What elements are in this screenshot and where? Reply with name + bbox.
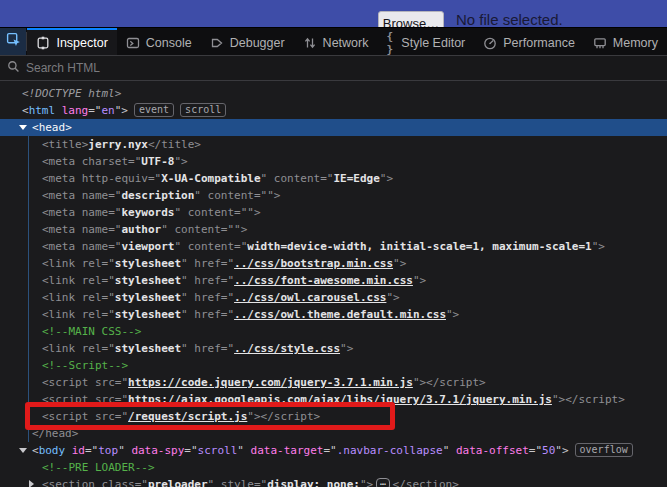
- attribute-value-token: width=device-width, initial-scale=1, max…: [247, 240, 591, 253]
- attribute-value-token: stylesheet: [115, 257, 181, 270]
- attribute-value-token: stylesheet: [115, 291, 181, 304]
- punctuation-token: ": [443, 444, 456, 457]
- attribute-value-token: stylesheet: [115, 274, 181, 287]
- markup-token: <link rel=": [42, 342, 115, 355]
- event-badge[interactable]: event: [134, 103, 174, 117]
- markup-token: <meta name=": [42, 189, 121, 202]
- markup-node-line[interactable]: </head>: [0, 425, 667, 442]
- markup-node-line[interactable]: <!--Script-->: [0, 357, 667, 374]
- attribute-value-token: stylesheet: [115, 342, 181, 355]
- markup-token: ">: [386, 291, 399, 304]
- tag-name-token: body: [39, 444, 66, 457]
- markup-node-line[interactable]: <script src="https://code.jquery.com/jqu…: [0, 374, 667, 391]
- markup-token: <meta name=": [42, 206, 121, 219]
- markup-token: " content=": [174, 240, 247, 253]
- markup-node-line[interactable]: <!--MAIN CSS-->: [0, 323, 667, 340]
- markup-node-line[interactable]: <meta http-equiv="X-UA-Compatible" conte…: [0, 170, 667, 187]
- tag-name-token: html: [29, 104, 56, 117]
- markup-node-line[interactable]: <html lang="en">eventscroll: [0, 102, 667, 119]
- collapse-arrow-icon[interactable]: [19, 125, 27, 130]
- search-bar: [0, 56, 667, 81]
- markup-node-line[interactable]: <meta name="description" content="">: [0, 187, 667, 204]
- markup-node-line[interactable]: <section class="preloader" style="displa…: [0, 476, 667, 487]
- href-link-token[interactable]: ../css/font-awesome.min.css: [234, 274, 413, 287]
- punctuation-token: =": [85, 444, 98, 457]
- tab-debugger[interactable]: Debugger: [201, 28, 294, 55]
- punctuation-token: <: [32, 444, 39, 457]
- attribute-value-token: en: [102, 104, 115, 117]
- attribute-value-token: scroll: [198, 444, 238, 457]
- markup-node-line[interactable]: <body id="top" data-spy="scroll" data-ta…: [0, 442, 667, 459]
- markup-token: " content="">: [161, 223, 247, 236]
- browse-button[interactable]: Browse…: [378, 11, 444, 28]
- markup-token: </head>: [32, 427, 78, 440]
- href-link-token[interactable]: ../css/style.css: [234, 342, 340, 355]
- href-link-token[interactable]: /request/script.js: [128, 410, 247, 423]
- punctuation-token: =": [529, 444, 542, 457]
- markup-token: ">: [174, 155, 187, 168]
- markup-token: "></script>: [413, 376, 486, 389]
- attribute-value-token: X-UA-Compatible: [161, 172, 260, 185]
- markup-node-line[interactable]: <meta charset="UTF-8">: [0, 153, 667, 170]
- markup-token: " href=": [181, 342, 234, 355]
- href-link-token[interactable]: ../css/bootstrap.min.css: [234, 257, 393, 270]
- debugger-icon: [210, 36, 224, 50]
- markup-node-line[interactable]: <link rel="stylesheet" href="../css/owl.…: [0, 289, 667, 306]
- expand-arrow-icon[interactable]: [29, 480, 34, 487]
- markup-node-line[interactable]: <link rel="stylesheet" href="../css/boot…: [0, 255, 667, 272]
- tab-label: Memory: [613, 36, 658, 50]
- markup-node-line[interactable]: <title>jerry.nyx</title>: [0, 136, 667, 153]
- href-link-token[interactable]: ../css/owl.carousel.css: [234, 291, 386, 304]
- markup-token: <meta charset=": [42, 155, 141, 168]
- pick-element-button[interactable]: [0, 28, 26, 55]
- markup-token: " href=": [181, 308, 234, 321]
- collapse-arrow-icon[interactable]: [19, 448, 27, 453]
- markup-node-line[interactable]: <script src="/request/script.js"></scrip…: [0, 408, 667, 425]
- tab-inspector[interactable]: Inspector: [27, 28, 116, 55]
- markup-node-line[interactable]: <link rel="stylesheet" href="../css/styl…: [0, 340, 667, 357]
- markup-node-line[interactable]: <meta name="author" content="">: [0, 221, 667, 238]
- href-link-token[interactable]: https://code.jquery.com/jquery-3.7.1.min…: [128, 376, 413, 389]
- href-link-token[interactable]: https://ajax.googleapis.com/ajax/libs/jq…: [128, 393, 552, 406]
- performance-icon: [483, 36, 497, 50]
- tab-memory[interactable]: Memory: [584, 28, 667, 55]
- markup-node-line[interactable]: <link rel="stylesheet" href="../css/font…: [0, 272, 667, 289]
- markup-node-line[interactable]: <head>: [0, 119, 667, 136]
- href-link-token[interactable]: ../css/owl.theme.default.min.css: [234, 308, 446, 321]
- overflow-badge[interactable]: overflow: [575, 443, 633, 457]
- markup-token: " content=": [261, 172, 334, 185]
- tag-name-token: head: [39, 121, 66, 134]
- markup-node-line[interactable]: <script src="https://ajax.googleapis.com…: [0, 391, 667, 408]
- tab-network[interactable]: Network: [294, 28, 378, 55]
- webpage-area: Browse… No file selected.: [0, 0, 667, 28]
- attribute-name-token: data-offset: [456, 444, 529, 457]
- search-input[interactable]: [26, 61, 660, 75]
- tab-style-editor[interactable]: { }Style Editor: [377, 28, 474, 55]
- markup-node-line[interactable]: <link rel="stylesheet" href="../css/owl.…: [0, 306, 667, 323]
- punctuation-token: >: [65, 121, 72, 134]
- markup-node-line[interactable]: <!DOCTYPE html>: [0, 85, 667, 102]
- file-status-text: No file selected.: [456, 11, 563, 28]
- attribute-name-token: id: [72, 444, 85, 457]
- scroll-badge[interactable]: scroll: [180, 103, 226, 117]
- punctuation-token: <: [22, 104, 29, 117]
- markup-token: <link rel=": [42, 274, 115, 287]
- markup-token: ">: [393, 257, 406, 270]
- markup-node-line[interactable]: <meta name="viewport" content="width=dev…: [0, 238, 667, 255]
- style-editor-icon: { }: [386, 30, 395, 56]
- markup-node-line[interactable]: <meta name="keywords" content="">: [0, 204, 667, 221]
- attribute-name-token: lang: [62, 104, 89, 117]
- attribute-value-token: description: [121, 189, 194, 202]
- comment-token: <!--Script-->: [42, 359, 128, 372]
- markup-token: " content="">: [194, 189, 280, 202]
- attribute-name-token: data-target: [251, 444, 324, 457]
- tab-console[interactable]: Console: [117, 28, 201, 55]
- punctuation-token: =": [323, 444, 336, 457]
- tab-performance[interactable]: Performance: [474, 28, 584, 55]
- punctuation-token: ">: [555, 444, 568, 457]
- memory-icon: [593, 36, 607, 50]
- attribute-value-token: jerry.nyx: [88, 138, 148, 151]
- attribute-value-token: display: none;: [267, 478, 360, 487]
- markup-node-line[interactable]: <!--PRE LOADER-->: [0, 459, 667, 476]
- markup-view[interactable]: <!DOCTYPE html><html lang="en">eventscro…: [0, 81, 667, 487]
